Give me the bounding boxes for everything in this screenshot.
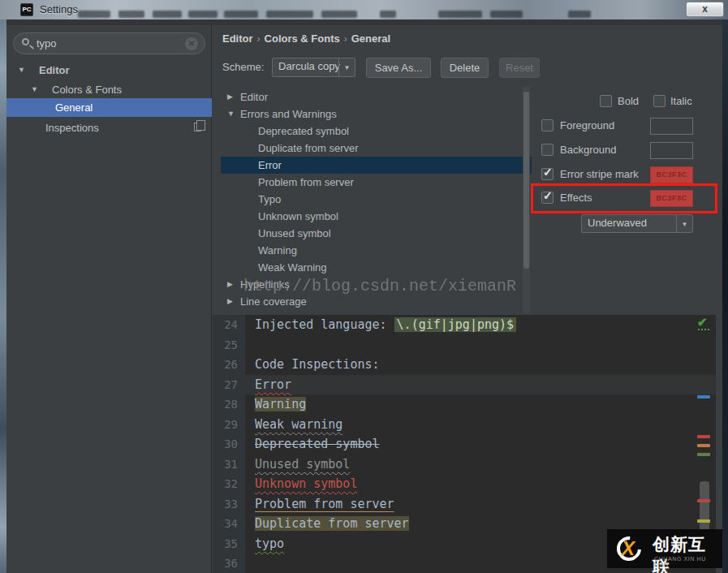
code-line[interactable]: 25 bbox=[213, 335, 716, 355]
attr-item-unused-symbol[interactable]: Unused symbol bbox=[221, 225, 532, 242]
attr-item-label: Unknown symbol bbox=[258, 208, 338, 225]
foreground-color-field[interactable] bbox=[650, 118, 693, 135]
stripe-mark-ok[interactable] bbox=[697, 453, 710, 456]
sidebar-item-inspections[interactable]: Inspections bbox=[6, 118, 212, 137]
effect-type-select[interactable]: Underwaved ▼ bbox=[581, 214, 693, 233]
code-text[interactable]: Injected language: bbox=[255, 317, 394, 332]
background-checkbox[interactable] bbox=[541, 144, 554, 156]
typo-sample-text[interactable]: typo bbox=[255, 536, 284, 551]
warning-sample-text[interactable]: Warning bbox=[255, 397, 306, 411]
attr-item-typo[interactable]: Typo bbox=[221, 191, 532, 208]
check-icon: ✓ bbox=[543, 166, 553, 179]
attr-item-deprecated-symbol[interactable]: Deprecated symbol bbox=[221, 123, 532, 140]
chevron-right-icon[interactable]: ▶ bbox=[227, 88, 233, 106]
problem-from-server-sample-text[interactable]: Problem from server bbox=[255, 497, 394, 511]
save-as-button[interactable]: Save As... bbox=[366, 58, 431, 78]
sidebar-item-colors-fonts[interactable]: ▼ Colors & Fonts bbox=[6, 80, 212, 99]
code-line[interactable]: 24Injected language: \.(gif|jpg|png)$ bbox=[213, 315, 716, 335]
italic-checkbox[interactable] bbox=[653, 95, 666, 107]
sidebar-item-editor[interactable]: ▼ Editor bbox=[6, 61, 212, 80]
close-button[interactable]: x bbox=[686, 2, 724, 17]
line-number: 34 bbox=[213, 514, 245, 534]
breadcrumb-separator: › bbox=[253, 33, 265, 45]
watermark-text: http://blog.csdn.net/xiemanR bbox=[243, 277, 516, 295]
background-menu-ghost bbox=[266, 11, 313, 18]
sidebar-item-label: General bbox=[55, 98, 93, 117]
stripe-mark-info[interactable] bbox=[697, 395, 710, 399]
attr-item-warning[interactable]: Warning bbox=[221, 242, 532, 259]
code-line[interactable]: 26Code Inspections: bbox=[213, 355, 716, 375]
background-menu-ghost bbox=[568, 11, 591, 18]
error-stripe-checkbox[interactable]: ✓ bbox=[541, 168, 554, 180]
stripe-mark-warning[interactable] bbox=[697, 444, 710, 447]
code-line-current[interactable]: 27Error bbox=[213, 375, 716, 395]
scheme-select[interactable]: Darcula copy ▼ bbox=[272, 58, 355, 77]
dropdown-glyph: ▼ bbox=[344, 64, 351, 71]
sidebar-item-general[interactable]: General bbox=[6, 98, 212, 117]
stripe-mark-error[interactable] bbox=[697, 499, 710, 502]
attr-item-problem-from-server[interactable]: Problem from server bbox=[221, 174, 532, 191]
clear-search-button[interactable]: ✕ bbox=[185, 37, 198, 50]
attr-item-label: Duplicate from server bbox=[258, 140, 359, 157]
line-number: 26 bbox=[213, 355, 245, 375]
foreground-label: Foreground bbox=[560, 119, 614, 131]
search-icon bbox=[22, 38, 29, 45]
attr-item-label: Deprecated symbol bbox=[258, 123, 349, 140]
background-color-field[interactable] bbox=[650, 142, 693, 159]
foreground-checkbox[interactable] bbox=[541, 119, 554, 131]
attr-item-unknown-symbol[interactable]: Unknown symbol bbox=[221, 208, 532, 225]
code-line[interactable]: 31Unused symbol bbox=[213, 455, 716, 475]
copy-icon bbox=[194, 123, 201, 131]
bold-label: Bold bbox=[618, 95, 639, 107]
breadcrumb-item[interactable]: General bbox=[351, 32, 390, 45]
unused-symbol-sample-text[interactable]: Unused symbol bbox=[255, 457, 350, 472]
chevron-down-icon[interactable]: ▼ bbox=[676, 215, 692, 232]
code-line[interactable]: 29Weak warning bbox=[213, 415, 716, 435]
desktop-background-left bbox=[0, 0, 6, 573]
attr-item-weak-warning[interactable]: Weak Warning bbox=[221, 259, 532, 276]
attr-item-duplicate-from-server[interactable]: Duplicate from server bbox=[221, 140, 532, 157]
logo-icon: X bbox=[615, 535, 643, 562]
attr-item-label: Unused symbol bbox=[258, 225, 331, 242]
search-box[interactable]: ✕ bbox=[13, 32, 205, 54]
code-line[interactable]: 30Deprecated symbol bbox=[213, 434, 716, 455]
watermark-logo: X 创新互联 CHUANG XIN HU LIAN bbox=[607, 529, 722, 568]
breadcrumb-item[interactable]: Editor bbox=[222, 32, 253, 45]
error-sample-text[interactable]: Error bbox=[255, 377, 291, 392]
chevron-down-icon[interactable]: ▼ bbox=[31, 80, 38, 99]
code-line[interactable]: 32Unknown symbol bbox=[213, 474, 716, 494]
delete-button[interactable]: Delete bbox=[441, 58, 489, 78]
duplicate-from-server-sample-text[interactable]: Duplicate from server bbox=[255, 516, 409, 531]
error-stripe-color-swatch[interactable]: BC3F3C bbox=[650, 166, 693, 183]
stripe-mark-error[interactable] bbox=[697, 435, 710, 438]
scrollbar-thumb[interactable] bbox=[523, 92, 529, 269]
code-line[interactable]: 33Problem from server bbox=[213, 494, 716, 515]
weak-warning-sample-text[interactable]: Weak warning bbox=[255, 417, 342, 432]
line-number: 36 bbox=[213, 554, 245, 573]
attr-item-label: Line coverage bbox=[240, 293, 307, 310]
attr-item-errors-warnings[interactable]: ▼Errors and Warnings bbox=[221, 106, 532, 123]
attr-item-line-coverage[interactable]: ▶Line coverage bbox=[221, 293, 532, 310]
breadcrumb: Editor›Colors & Fonts›General bbox=[222, 32, 390, 45]
breadcrumb-item[interactable]: Colors & Fonts bbox=[265, 32, 340, 45]
search-input[interactable] bbox=[37, 36, 174, 51]
injected-language-fragment[interactable]: \.(gif|jpg|png)$ bbox=[394, 317, 517, 332]
attr-item-editor[interactable]: ▶Editor bbox=[221, 88, 532, 106]
attribute-tree-scrollbar[interactable] bbox=[523, 87, 530, 313]
deprecated-sample-text[interactable]: Deprecated symbol bbox=[255, 437, 380, 451]
bold-checkbox[interactable] bbox=[600, 95, 612, 107]
attr-item-error[interactable]: Error bbox=[221, 157, 532, 174]
chevron-right-icon[interactable]: ▶ bbox=[227, 276, 233, 293]
window-titlebar[interactable]: PC Settings x bbox=[0, 0, 728, 19]
stripe-mark-olive[interactable] bbox=[697, 519, 710, 523]
settings-dialog: ✕ ▼ Editor ▼ Colors & Fonts General Insp… bbox=[6, 19, 722, 573]
chevron-right-icon[interactable]: ▶ bbox=[227, 293, 233, 310]
code-line[interactable]: 28Warning bbox=[213, 394, 716, 415]
unknown-symbol-sample-text[interactable]: Unknown symbol bbox=[255, 476, 357, 491]
chevron-down-icon[interactable]: ▼ bbox=[18, 61, 25, 80]
chevron-down-icon[interactable]: ▼ bbox=[227, 106, 235, 123]
logo-english-text: CHUANG XIN HU LIAN bbox=[654, 556, 722, 567]
editor-scrollbar-thumb[interactable] bbox=[700, 481, 709, 536]
chevron-down-icon[interactable]: ▼ bbox=[338, 58, 355, 76]
line-number: 35 bbox=[213, 534, 245, 554]
